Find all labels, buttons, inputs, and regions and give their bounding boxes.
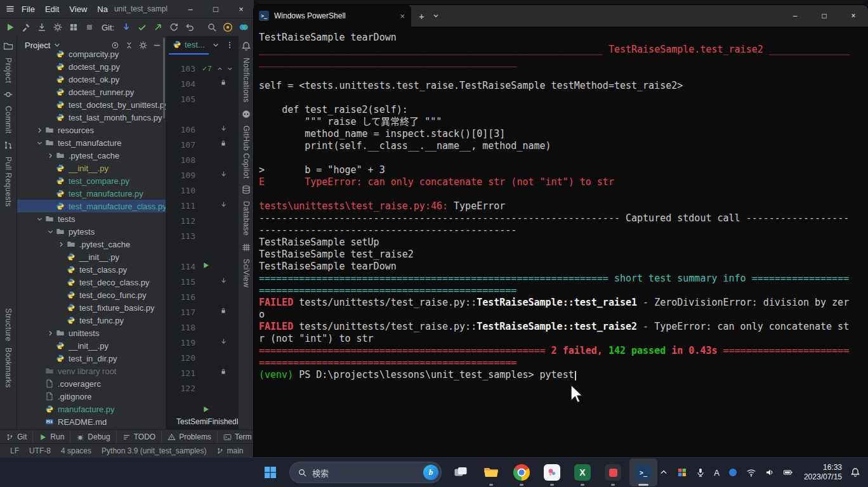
- editor-line[interactable]: 114: [166, 259, 238, 274]
- status-info-item[interactable]: Python 3.9 (unit_test_samples): [102, 446, 206, 455]
- editor-line[interactable]: 116: [166, 289, 238, 304]
- status-info-item[interactable]: main: [216, 446, 243, 455]
- maximize-icon[interactable]: □: [203, 0, 228, 18]
- tray-chevron-icon[interactable]: [659, 467, 669, 477]
- tree-item[interactable]: test_deco_class.py: [17, 276, 166, 289]
- powershell-icon[interactable]: >_: [629, 458, 657, 486]
- tree-item[interactable]: venv library root: [17, 365, 166, 377]
- blue-dot-icon[interactable]: [728, 467, 738, 477]
- status-button-debug[interactable]: Debug: [70, 430, 116, 444]
- status-info-item[interactable]: LF: [10, 446, 19, 455]
- tree-item[interactable]: __init__.py: [17, 339, 166, 352]
- tool-window-button-commit[interactable]: Commit: [4, 106, 13, 134]
- hide-icon[interactable]: [152, 41, 162, 50]
- tool-window-button-pull-requests[interactable]: Pull Requests: [4, 157, 13, 207]
- tree-item[interactable]: README.md: [17, 415, 166, 428]
- tree-item[interactable]: resources: [17, 124, 166, 136]
- chevron-right-icon[interactable]: [45, 329, 55, 337]
- taskbar-search[interactable]: 検索 b: [289, 462, 442, 483]
- chevron-down-icon[interactable]: [45, 228, 55, 236]
- tree-item[interactable]: test_class.py: [17, 263, 166, 276]
- wifi-icon[interactable]: [746, 467, 756, 477]
- tab-dropdown-icon[interactable]: [432, 12, 440, 20]
- locate-icon[interactable]: [110, 41, 120, 50]
- search-icon[interactable]: [207, 22, 217, 32]
- tree-item[interactable]: .coveragerc: [17, 377, 166, 390]
- status-button-git[interactable]: Git: [0, 430, 33, 444]
- tree-item[interactable]: doctest_runner.py: [17, 86, 166, 98]
- tree-item[interactable]: test_func.py: [17, 314, 166, 327]
- kebab-menu-icon[interactable]: [225, 41, 234, 49]
- undo-icon[interactable]: [185, 22, 195, 32]
- tab-close-icon[interactable]: ×: [398, 11, 406, 21]
- tree-item[interactable]: test_manufacture: [17, 136, 166, 149]
- tree-item[interactable]: test_in_dir.py: [17, 352, 166, 365]
- chevron-down-icon[interactable]: [211, 41, 220, 49]
- chevron-down-icon[interactable]: [34, 215, 44, 223]
- tree-item[interactable]: test_doctest_by_unittest.py: [17, 98, 166, 111]
- chrome-icon[interactable]: [508, 458, 536, 486]
- tree-item[interactable]: test_deco_func.py: [17, 289, 166, 301]
- taskbar-clock[interactable]: 16:332023/07/15: [804, 463, 842, 482]
- tree-item[interactable]: __init__.py: [17, 250, 166, 263]
- notifications-dot-icon[interactable]: [223, 22, 233, 32]
- editor-line[interactable]: 111: [166, 198, 238, 213]
- settings-icon[interactable]: [53, 22, 63, 32]
- chevron-right-icon[interactable]: [34, 126, 44, 134]
- editor-line[interactable]: 122: [166, 380, 238, 396]
- start-button[interactable]: [256, 458, 284, 486]
- close-icon[interactable]: ×: [228, 0, 254, 18]
- tool-window-button-database[interactable]: Database: [242, 201, 251, 236]
- tool-window-button-sciview[interactable]: SciView: [242, 259, 251, 287]
- database-icon[interactable]: [241, 185, 251, 195]
- tree-item[interactable]: .gitignore: [17, 390, 166, 403]
- editor-line[interactable]: 104: [166, 76, 238, 91]
- chevron-right-icon[interactable]: [56, 240, 66, 249]
- bing-icon[interactable]: b: [423, 465, 438, 480]
- terminal-tab[interactable]: >_ Windows PowerShell ×: [254, 5, 411, 27]
- collapse-all-icon[interactable]: [124, 41, 134, 50]
- excel-icon[interactable]: X: [569, 458, 596, 486]
- status-button-run[interactable]: Run: [33, 430, 70, 444]
- editor-line[interactable]: 113: [166, 228, 238, 244]
- main-menu-icon[interactable]: [5, 4, 15, 14]
- volume-icon[interactable]: [765, 467, 775, 477]
- status-info-item[interactable]: UTF-8: [29, 446, 51, 455]
- ime-indicator[interactable]: A: [714, 468, 720, 477]
- sciview-icon[interactable]: [241, 242, 251, 252]
- test-result-badge[interactable]: ✓7: [202, 65, 211, 73]
- notifications-bell-icon[interactable]: [241, 41, 251, 51]
- pull-request-icon[interactable]: [3, 140, 13, 150]
- editor-line[interactable]: 108: [166, 152, 238, 167]
- editor-line[interactable]: 117: [166, 304, 238, 320]
- terminal-output[interactable]: TestRaiseSample tearDown________________…: [254, 27, 868, 381]
- tree-item[interactable]: pytests: [17, 225, 166, 238]
- tree-item[interactable]: test_last_month_funcs.py: [17, 111, 166, 124]
- tree-item[interactable]: doctest_ng.py: [17, 60, 166, 73]
- tree-item[interactable]: manufacture.py: [17, 403, 166, 415]
- editor-line[interactable]: 121: [166, 365, 238, 380]
- terminal-maximize-icon[interactable]: □: [810, 5, 839, 27]
- tree-item[interactable]: .pytest_cache: [17, 149, 166, 162]
- copilot-icon[interactable]: [241, 109, 251, 119]
- menu-item-edit[interactable]: Edit: [45, 4, 59, 14]
- editor-line[interactable]: 107: [166, 137, 238, 152]
- services-grid-icon[interactable]: [69, 22, 79, 32]
- red-app-icon[interactable]: [599, 458, 627, 486]
- git-push-icon[interactable]: [153, 22, 163, 32]
- tree-item[interactable]: test_manufacture.py: [17, 187, 166, 200]
- chevron-right-icon[interactable]: [45, 152, 55, 160]
- code-with-me-icon[interactable]: [239, 22, 249, 32]
- tree-item[interactable]: .pytest_cache: [17, 238, 166, 250]
- settings-icon[interactable]: [138, 41, 148, 50]
- tool-window-button-github-copilot[interactable]: GitHub Copilot: [242, 126, 251, 179]
- taskbar-bell-icon[interactable]: [850, 467, 860, 477]
- paint-icon[interactable]: [538, 458, 566, 486]
- project-icon[interactable]: [3, 41, 13, 51]
- chevron-down-icon[interactable]: [227, 65, 233, 72]
- tool-window-button-bookmarks[interactable]: Bookmarks: [4, 347, 13, 388]
- editor-line[interactable]: 103✓7: [166, 61, 238, 76]
- project-panel-title[interactable]: Project: [25, 41, 50, 50]
- tool-window-button-structure[interactable]: Structure: [4, 308, 13, 341]
- task-view-icon[interactable]: [447, 458, 475, 486]
